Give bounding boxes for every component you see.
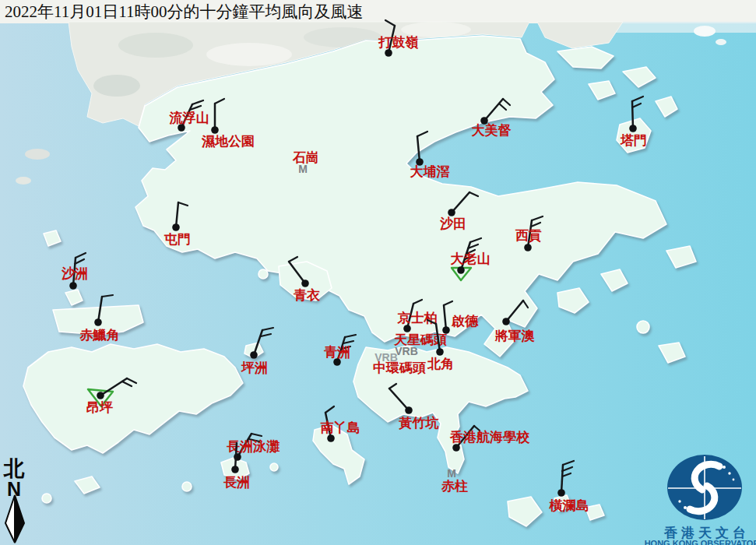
station-label: 濕地公園 — [201, 134, 255, 149]
station-label: 赤柱 — [441, 479, 468, 494]
station-dot — [97, 392, 104, 399]
station-label: 大埔滘 — [410, 164, 450, 179]
islet-mirs-bay — [716, 39, 726, 45]
station-dot — [172, 223, 180, 231]
sea-pale-strip — [607, 22, 756, 33]
station-dot — [327, 434, 335, 442]
station-label: 青洲 — [324, 345, 350, 360]
station-dot — [448, 209, 455, 216]
station-dot — [231, 466, 239, 473]
land-islet-s — [270, 463, 278, 471]
station-dot — [629, 125, 637, 132]
station-label: 京士柏 — [397, 311, 438, 325]
wind-map-screenshot: 2022年11月01日11時00分的十分鐘平均風向及風速 打鼓嶺流浮山濕地公園M… — [0, 0, 756, 545]
islet-mirs-bay — [694, 26, 716, 37]
station-label: 大老山 — [451, 251, 491, 266]
station-dot — [436, 348, 444, 356]
station-dot — [385, 49, 392, 57]
map-title: 2022年11月01日11時00分的十分鐘平均風向及風速 — [5, 2, 363, 21]
station-dot — [457, 266, 465, 274]
land-shek-kwu-chau — [182, 482, 192, 491]
compass-north-cn: 北 — [3, 457, 25, 480]
station-label: 西貢 — [515, 228, 542, 243]
station-label: 青衣 — [294, 288, 321, 303]
station-label: 中環碼頭 — [373, 360, 426, 375]
islet-deep-bay — [16, 177, 31, 185]
station-dot — [405, 406, 413, 414]
hko-logo-halftone-dot — [723, 466, 726, 469]
station-label: 流浮山 — [169, 111, 209, 125]
hko-logo-name-en: HONG KONG OBSERVATORY — [645, 539, 756, 545]
station-label: 塔門 — [620, 133, 647, 148]
station-label: 石崗 — [292, 150, 319, 165]
hko-logo-halftone-dot — [684, 506, 687, 509]
station-label: 沙田 — [439, 216, 466, 231]
station-label: 大美督 — [472, 122, 512, 138]
islet-deep-bay — [25, 149, 50, 160]
urban-patch — [93, 75, 140, 97]
station-dot — [94, 318, 102, 326]
station-label: 香港航海學校 — [449, 430, 530, 445]
hko-logo-halftone-dot — [728, 472, 730, 474]
station-dot — [69, 282, 77, 290]
urban-patch — [206, 43, 292, 66]
station-dot — [211, 126, 219, 134]
wind-staff — [632, 101, 633, 128]
hk-wind-map: 2022年11月01日11時00分的十分鐘平均風向及風速 打鼓嶺流浮山濕地公園M… — [0, 0, 756, 545]
station-label: 昂坪 — [86, 400, 113, 415]
station-label: 北角 — [427, 357, 454, 371]
station-dot — [557, 489, 565, 497]
station-label: 赤鱲角 — [79, 328, 120, 343]
station-label: 南丫島 — [321, 420, 360, 435]
land-ma-wan — [258, 269, 268, 279]
station-dot — [250, 351, 258, 359]
station-dot — [452, 444, 460, 452]
hko-logo-halftone-dot — [733, 479, 735, 481]
station-label: 橫瀾島 — [549, 498, 589, 513]
station-label: 啟德 — [451, 314, 479, 329]
station-marker: M — [447, 467, 456, 480]
station-dot — [502, 318, 510, 325]
station-label: 黃竹坑 — [399, 415, 439, 431]
station-dot — [301, 280, 309, 287]
station-label: 屯門 — [164, 232, 191, 247]
land-islet-sw — [42, 494, 51, 503]
urban-patch — [118, 33, 193, 58]
station-label: 坪洲 — [241, 360, 268, 375]
station-label: 長洲泳灘 — [227, 439, 280, 454]
station-label: 沙洲 — [61, 266, 88, 281]
hko-logo-halftone-dot — [678, 500, 680, 502]
station-label: 將軍澳 — [494, 329, 536, 343]
land-islet-port-shelter — [637, 321, 649, 333]
station-label: 長洲 — [223, 475, 250, 490]
station-label: 打鼓嶺 — [378, 35, 419, 50]
station-dot — [524, 244, 532, 251]
station-dot — [403, 325, 411, 332]
